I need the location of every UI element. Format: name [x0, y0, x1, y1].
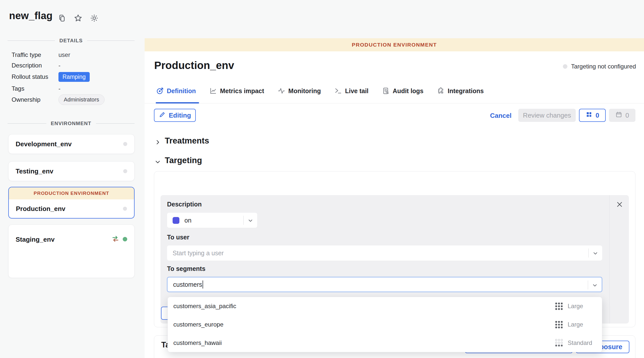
calendar-icon: [615, 111, 622, 120]
flag-title: new_flag: [9, 10, 53, 21]
text-caret: [203, 280, 203, 289]
production-env-banner: PRODUCTION ENVIRONMENT: [9, 187, 134, 199]
treatments-section-header[interactable]: Treatments: [155, 136, 209, 146]
detail-row-ownership: Ownership Administrators: [12, 94, 134, 105]
segments-dropdown: customers_asia_pacific Large customers_e…: [168, 297, 602, 352]
chevron-down-icon[interactable]: [592, 250, 598, 256]
env-card-staging[interactable]: Staging_env TREATMENTS on off: [8, 225, 135, 278]
env-card-development[interactable]: Development_env: [8, 134, 135, 154]
copy-icon[interactable]: [57, 14, 67, 23]
chevron-down-icon: [247, 218, 253, 224]
ownership-pill[interactable]: Administrators: [58, 94, 105, 105]
segment-option[interactable]: customers_hawaii Standard: [168, 334, 602, 352]
description-label: Description: [12, 62, 58, 69]
active-tab-underline: [156, 102, 199, 103]
tab-monitoring[interactable]: Monitoring: [278, 87, 321, 95]
treatment-select[interactable]: on: [167, 213, 257, 228]
env-status-dot-green: [123, 237, 127, 241]
input-divider: [588, 248, 589, 258]
cancel-link[interactable]: Cancel: [490, 112, 511, 120]
sync-icon: [112, 235, 119, 243]
tab-audit-logs[interactable]: Audit logs: [382, 87, 424, 95]
env-status-dot: [123, 169, 127, 173]
to-segments-value: customers: [173, 281, 202, 288]
panel-divider: [609, 195, 610, 324]
select-divider: [243, 216, 244, 225]
puzzle-icon: [437, 87, 445, 95]
grid-icon: [586, 111, 593, 120]
editing-button[interactable]: Editing: [154, 109, 196, 122]
star-icon[interactable]: [74, 14, 83, 23]
to-segments-input[interactable]: customers: [167, 277, 602, 292]
environment-header: ENVIRONMENT: [8, 121, 135, 126]
pulse-icon: [278, 87, 285, 95]
treatment-select-value: on: [184, 217, 191, 224]
close-icon[interactable]: [616, 201, 623, 208]
env-card-testing[interactable]: Testing_env: [8, 161, 135, 181]
ownership-label: Ownership: [12, 96, 58, 103]
targeting-status: Targeting not configured: [563, 63, 636, 70]
rollout-status-badge: Ramping: [58, 72, 90, 82]
chevron-down-icon: [155, 157, 161, 163]
tags-value: -: [58, 85, 60, 92]
segment-grid-icon: [555, 303, 563, 310]
env-status-dot: [123, 142, 127, 146]
segment-option[interactable]: customers_europe Large: [168, 315, 602, 334]
tab-definition[interactable]: Definition: [156, 87, 196, 95]
detail-row-tags: Tags -: [12, 83, 134, 94]
tabs-divider: [145, 103, 644, 103]
tab-bar: Definition Metrics impact Monitoring: [156, 87, 484, 95]
description-field-label: Description: [167, 201, 202, 208]
segment-grid-dotted-icon: [555, 339, 563, 346]
tab-live-tail[interactable]: Live tail: [334, 87, 368, 95]
env-status-dot: [123, 207, 127, 211]
chevron-down-icon[interactable]: [592, 282, 598, 288]
tags-label: Tags: [12, 85, 58, 92]
detail-row-description: Description -: [12, 60, 134, 71]
tab-integrations[interactable]: Integrations: [437, 87, 484, 95]
chart-icon: [209, 87, 217, 95]
schedule-button[interactable]: 0: [609, 109, 635, 122]
tab-metrics-impact[interactable]: Metrics impact: [209, 87, 264, 95]
details-header: DETAILS: [8, 38, 135, 44]
traffic-type-value: user: [58, 51, 70, 58]
treatment-color-swatch: [173, 217, 179, 224]
to-segments-label: To segments: [167, 265, 205, 272]
env-name: Staging_env: [16, 236, 55, 243]
page: new_flag DETAILS Traffic type user Descr…: [0, 0, 644, 358]
pencil-icon: [159, 111, 166, 120]
to-user-label: To user: [167, 234, 189, 241]
changes-summary-button[interactable]: 0: [579, 109, 606, 122]
env-name: Testing_env: [16, 167, 53, 175]
document-search-icon: [382, 87, 390, 95]
env-name: Production_env: [16, 205, 65, 213]
chevron-right-icon: [155, 138, 161, 144]
to-user-input[interactable]: Start typing a user: [167, 245, 602, 261]
rollout-status-label: Rollout status: [12, 73, 58, 80]
page-title: Production_env: [154, 59, 234, 71]
detail-row-rollout-status: Rollout status Ramping: [12, 71, 134, 82]
gear-icon[interactable]: [90, 14, 99, 23]
status-dot: [563, 64, 567, 69]
terminal-icon: [334, 87, 342, 95]
detail-row-traffic-type: Traffic type user: [12, 49, 134, 60]
review-changes-button[interactable]: Review changes: [518, 109, 576, 122]
env-card-production[interactable]: PRODUCTION ENVIRONMENT Production_env: [8, 187, 135, 219]
to-user-placeholder: Start typing a user: [173, 249, 224, 257]
production-environment-banner: PRODUCTION ENVIRONMENT: [145, 38, 644, 51]
input-divider: [588, 280, 588, 290]
segment-option[interactable]: customers_asia_pacific Large: [168, 297, 602, 315]
traffic-type-label: Traffic type: [12, 51, 58, 58]
env-name: Development_env: [16, 140, 72, 148]
description-value: -: [58, 62, 60, 69]
target-icon: [156, 87, 164, 95]
segment-grid-icon: [555, 321, 563, 328]
targeting-section-header[interactable]: Targeting: [155, 156, 202, 165]
